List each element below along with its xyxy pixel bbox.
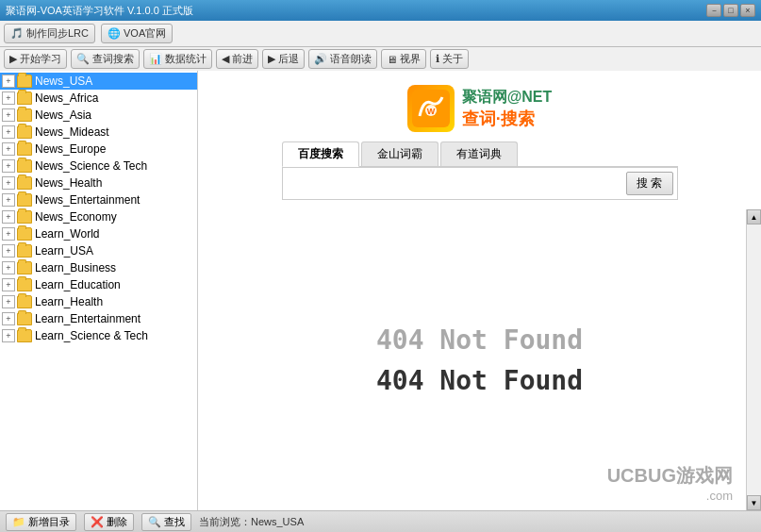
sidebar-item-label: News_Africa bbox=[35, 91, 98, 105]
web-icon: 🌐 bbox=[108, 27, 121, 40]
expand-icon[interactable]: + bbox=[2, 244, 15, 258]
sidebar-item-label: News_Mideast bbox=[35, 125, 109, 139]
sidebar-item-label: News_Health bbox=[35, 176, 102, 190]
about-button[interactable]: ℹ 关于 bbox=[430, 49, 469, 69]
sidebar-item-learn-world[interactable]: + Learn_World bbox=[0, 225, 197, 242]
sidebar-item-news-asia[interactable]: + News_Asia bbox=[0, 107, 197, 124]
expand-icon[interactable]: + bbox=[2, 210, 15, 224]
close-button[interactable]: × bbox=[740, 4, 755, 17]
expand-icon[interactable]: + bbox=[2, 278, 15, 291]
lrc-icon: 🎵 bbox=[10, 27, 24, 40]
sidebar-item-label: Learn_Science & Tech bbox=[35, 329, 148, 342]
add-directory-button[interactable]: 📁 新增目录 bbox=[6, 513, 76, 531]
sidebar-item-label: Learn_USA bbox=[35, 244, 93, 258]
voa-website-button[interactable]: 🌐 VOA官网 bbox=[101, 24, 173, 43]
app-title: 聚语网-VOA英语学习软件 V.1.0.0 正式版 bbox=[6, 4, 193, 18]
make-lrc-button[interactable]: 🎵 制作同步LRC bbox=[4, 24, 95, 43]
toolbar-row1: 🎵 制作同步LRC 🌐 VOA官网 bbox=[0, 21, 761, 47]
svg-text:W: W bbox=[426, 107, 435, 116]
sidebar-item-news-health[interactable]: + News_Health bbox=[0, 175, 197, 191]
expand-icon[interactable]: + bbox=[2, 227, 15, 241]
expand-icon[interactable]: + bbox=[2, 159, 15, 173]
expand-icon[interactable]: + bbox=[2, 312, 15, 325]
monitor-icon: 🖥 bbox=[387, 54, 397, 65]
lrc-label: 制作同步LRC bbox=[26, 26, 89, 41]
back-icon: ▶ bbox=[268, 53, 275, 65]
data-stats-button[interactable]: 📊 数据统计 bbox=[143, 49, 212, 69]
folder-icon bbox=[17, 295, 32, 308]
brand-text-container: 聚语网@NET 查词·搜索 bbox=[462, 88, 553, 130]
sidebar-item-news-science-tech[interactable]: + News_Science & Tech bbox=[0, 158, 197, 175]
folder-icon bbox=[17, 142, 32, 156]
sidebar-item-label: News_Asia bbox=[35, 108, 91, 122]
folder-icon bbox=[17, 244, 32, 258]
sidebar-item-news-usa[interactable]: + News_USA bbox=[0, 73, 197, 90]
folder-icon bbox=[17, 91, 32, 105]
start-study-button[interactable]: ▶ 开始学习 bbox=[4, 49, 67, 69]
expand-icon[interactable]: + bbox=[2, 75, 15, 88]
sidebar-item-learn-education[interactable]: + Learn_Education bbox=[0, 276, 197, 293]
folder-icon bbox=[17, 176, 32, 190]
sidebar-item-news-mideast[interactable]: + News_Mideast bbox=[0, 124, 197, 141]
search-input[interactable] bbox=[287, 175, 627, 192]
sidebar-item-news-europe[interactable]: + News_Europe bbox=[0, 141, 197, 158]
folder-icon bbox=[17, 159, 32, 173]
expand-icon[interactable]: + bbox=[2, 142, 15, 156]
brand-logo: W 聚语网@NET 查词·搜索 bbox=[407, 85, 553, 132]
folder-icon bbox=[17, 312, 32, 325]
folder-icon bbox=[17, 210, 32, 224]
sidebar-item-learn-business[interactable]: + Learn_Business bbox=[0, 259, 197, 276]
expand-icon[interactable]: + bbox=[2, 91, 15, 105]
maximize-button[interactable]: □ bbox=[723, 4, 738, 17]
minimize-button[interactable]: － bbox=[706, 4, 721, 17]
expand-icon[interactable]: + bbox=[2, 295, 15, 308]
voa-label: VOA官网 bbox=[124, 26, 166, 41]
watermark-text: UCBUG游戏网 bbox=[607, 463, 733, 489]
sidebar-item-learn-science-tech[interactable]: + Learn_Science & Tech bbox=[0, 327, 197, 344]
forward-button[interactable]: ◀ 前进 bbox=[216, 49, 258, 69]
speaker-icon: 🔊 bbox=[314, 53, 327, 65]
view-button[interactable]: 🖥 视界 bbox=[381, 49, 426, 69]
expand-icon[interactable]: + bbox=[2, 176, 15, 190]
sidebar-item-news-economy[interactable]: + News_Economy bbox=[0, 208, 197, 225]
chart-icon: 📊 bbox=[149, 53, 162, 65]
sidebar-item-label: Learn_Entertainment bbox=[35, 312, 141, 325]
search-icon: 🔍 bbox=[76, 53, 90, 65]
add-icon: 📁 bbox=[12, 516, 25, 528]
folder-icon bbox=[17, 278, 32, 291]
sidebar-item-learn-usa[interactable]: + Learn_USA bbox=[0, 242, 197, 259]
tab-baidu[interactable]: 百度搜索 bbox=[282, 141, 359, 167]
search-tabs: 百度搜索 金山词霸 有道词典 bbox=[282, 141, 678, 167]
search-word-button[interactable]: 🔍 查词搜索 bbox=[71, 49, 140, 69]
delete-button[interactable]: ❌ 删除 bbox=[84, 513, 134, 531]
folder-icon bbox=[17, 193, 32, 207]
sidebar-item-learn-entertainment[interactable]: + Learn_Entertainment bbox=[0, 310, 197, 327]
back-button[interactable]: ▶ 后退 bbox=[262, 49, 305, 69]
folder-icon bbox=[17, 75, 32, 88]
sidebar-item-learn-health[interactable]: + Learn_Health bbox=[0, 293, 197, 310]
scroll-up-button[interactable]: ▲ bbox=[747, 209, 761, 224]
status-bar: 📁 新增目录 ❌ 删除 🔍 查找 当前浏览：News_USA bbox=[0, 510, 761, 532]
expand-icon[interactable]: + bbox=[2, 193, 15, 207]
tab-youdao[interactable]: 有道词典 bbox=[440, 141, 518, 166]
watermark-sub: .com bbox=[607, 489, 733, 503]
expand-icon[interactable]: + bbox=[2, 125, 15, 139]
expand-icon[interactable]: + bbox=[2, 261, 15, 274]
sidebar-item-news-entertainment[interactable]: + News_Entertainment bbox=[0, 191, 197, 208]
info-icon: ℹ bbox=[436, 53, 439, 65]
sidebar-item-label: Learn_Business bbox=[35, 261, 116, 274]
sidebar: + News_USA + News_Africa + News_Asia + N… bbox=[0, 71, 198, 510]
tts-button[interactable]: 🔊 语音朗读 bbox=[308, 49, 377, 69]
find-button[interactable]: 🔍 查找 bbox=[141, 513, 191, 531]
expand-icon[interactable]: + bbox=[2, 329, 15, 342]
forward-icon: ◀ bbox=[222, 53, 229, 65]
scroll-down-button[interactable]: ▼ bbox=[747, 495, 761, 510]
current-browse: 当前浏览：News_USA bbox=[199, 515, 304, 529]
sidebar-item-news-africa[interactable]: + News_Africa bbox=[0, 90, 197, 107]
main-layout: + News_USA + News_Africa + News_Asia + N… bbox=[0, 71, 761, 510]
brand-subtitle: 查词·搜索 bbox=[462, 108, 553, 130]
expand-icon[interactable]: + bbox=[2, 108, 15, 122]
tab-jinshan[interactable]: 金山词霸 bbox=[361, 141, 438, 166]
error-area: 404 Not Found 404 Not Found ▲ ▼ UCBUG游戏网… bbox=[198, 209, 761, 510]
search-button[interactable]: 搜 索 bbox=[626, 172, 672, 195]
